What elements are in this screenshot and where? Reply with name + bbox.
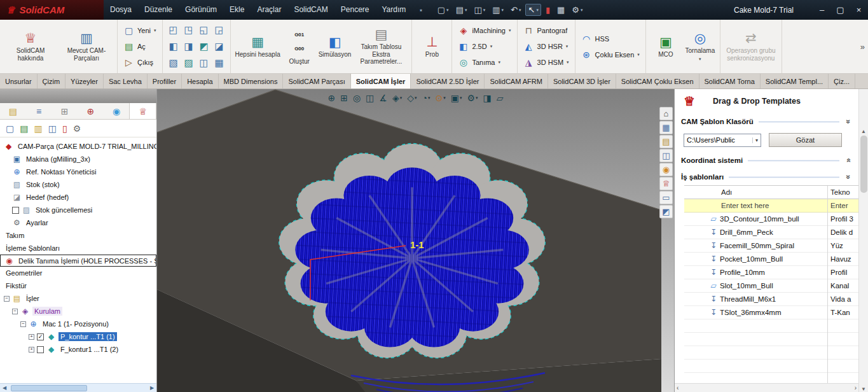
menu-item[interactable]: SolidCAM bbox=[287, 0, 334, 20]
back-view-icon[interactable]: ◳ bbox=[181, 22, 196, 38]
tree-checkbox[interactable]: ✓ bbox=[37, 333, 44, 340]
ribbon-button[interactable]: ◎ Tornalama ▾ bbox=[684, 29, 717, 64]
collapse-chevron-icon[interactable]: » bbox=[844, 173, 853, 181]
dropdown-arrow-icon[interactable]: ▾ bbox=[400, 95, 403, 101]
ribbon-button[interactable]: ▤ Takım Tablosu Ekstra Parametreler... ▾ bbox=[354, 25, 408, 67]
view-toolbar-button[interactable]: ◨ ▾ bbox=[482, 92, 493, 104]
window-control-button[interactable]: – bbox=[813, 0, 831, 20]
tab[interactable]: SolidCAM AFRM bbox=[485, 74, 548, 88]
view-toolbar-button[interactable]: ◈ ▾ bbox=[391, 92, 403, 104]
ribbon-button[interactable]: ♕ SolidCAM hakkında ▾ bbox=[3, 29, 58, 64]
dropdown-arrow-icon[interactable]: ▾ bbox=[502, 8, 504, 13]
quick-toolbar-button[interactable]: ▮ ▾ bbox=[543, 4, 553, 16]
manager-tab[interactable]: ♕ bbox=[129, 103, 156, 119]
dropdown-arrow-icon[interactable]: ▾ bbox=[536, 8, 539, 13]
table-filter-row[interactable]: Enter text here Enter bbox=[684, 199, 858, 213]
ribbon-button[interactable]: ⊛ Çoklu Eksen ▾ bbox=[579, 46, 642, 62]
viewport-scene[interactable]: 1-1 bbox=[157, 89, 674, 392]
quick-toolbar-button[interactable]: ▥ ▾ bbox=[490, 4, 506, 16]
right-view-icon[interactable]: ◲ bbox=[212, 22, 227, 38]
filter-input[interactable]: Enter bbox=[827, 202, 858, 209]
top-view-icon[interactable]: ◧ bbox=[166, 38, 181, 55]
tree-expander-icon[interactable]: + bbox=[29, 334, 34, 340]
iso-view-icon[interactable]: ◩ bbox=[196, 38, 212, 55]
tree-item[interactable]: Geometriler bbox=[0, 267, 156, 279]
menu-item[interactable]: Pencere bbox=[334, 0, 376, 20]
section-job-templates[interactable]: İş şablonları » bbox=[675, 169, 858, 185]
tree-item[interactable]: ▣ Makina (gMilling_3x) bbox=[0, 153, 156, 165]
pin-icon[interactable]: ⋆ bbox=[418, 6, 424, 15]
tree-item[interactable]: + ◆ F_kontur1 ...T1 (2) bbox=[0, 343, 156, 356]
dropdown-arrow-icon[interactable]: ▾ bbox=[415, 95, 417, 101]
quick-toolbar-button[interactable]: ▤ ▾ bbox=[453, 4, 470, 16]
side-toolbar-button[interactable]: ◫ bbox=[659, 149, 673, 162]
dropdown-arrow-icon[interactable]: ▾ bbox=[581, 8, 583, 13]
template-row[interactable]: ↧ TSlot_36mmx4mm T-Kan bbox=[684, 306, 858, 319]
ribbon-button[interactable]: ◧ 2.5D ▾ bbox=[455, 39, 513, 55]
trimetric-view-icon[interactable]: ◪ bbox=[212, 38, 227, 55]
quick-toolbar-button[interactable]: ⚙ ▾ bbox=[569, 4, 585, 16]
tab[interactable]: Unsurlar bbox=[0, 74, 38, 88]
normal-view-icon[interactable]: ▨ bbox=[181, 55, 196, 71]
left-view-icon[interactable]: ◱ bbox=[196, 22, 212, 38]
ribbon-button[interactable]: ▥ Mevcut CAM-Parçaları ▾ bbox=[59, 29, 114, 64]
tree-item[interactable]: ◆ CAM-Parça (CAKE MOLD-7 TRIAL_MILLING) bbox=[0, 140, 156, 153]
view-toolbar-button[interactable]: ◫ ▾ bbox=[364, 92, 375, 104]
tree-item[interactable]: Takım bbox=[0, 229, 156, 242]
side-toolbar-button[interactable]: ▦ bbox=[659, 121, 673, 134]
template-row[interactable]: ▱ 3D_Contour_10mm_bull Profil 3 bbox=[684, 213, 858, 226]
scroll-left-icon[interactable]: ◀ bbox=[0, 385, 9, 391]
tree-expander-icon[interactable]: + bbox=[29, 347, 34, 353]
ribbon-button[interactable]: ⊥ Prob bbox=[415, 33, 448, 60]
tab[interactable]: SolidCAM Torna bbox=[699, 74, 761, 88]
scrollbar-thumb[interactable] bbox=[860, 136, 867, 193]
tree-item[interactable]: ◪ Hedef (hedef) bbox=[0, 191, 156, 204]
ribbon-button[interactable]: ◧ Simülasyon ▾ bbox=[317, 33, 353, 60]
tree-horizontal-scrollbar[interactable]: ◀ ▶ bbox=[0, 383, 156, 392]
manager-tab[interactable]: ⊕ bbox=[78, 103, 104, 119]
lp-save-icon[interactable]: ◫ bbox=[48, 123, 57, 134]
ribbon-button[interactable]: ◠ HSS ▾ bbox=[579, 31, 642, 46]
view-toolbar-button[interactable]: ◔ ▾ bbox=[421, 92, 432, 104]
dropdown-arrow-icon[interactable]: ▾ bbox=[446, 8, 449, 13]
ribbon-button[interactable]: ◈ iMachining ▾ bbox=[455, 23, 513, 39]
bottom-view-icon[interactable]: ◨ bbox=[181, 38, 196, 55]
quick-toolbar-button[interactable]: ◫ ▾ bbox=[471, 4, 488, 16]
tree-expander-icon[interactable]: − bbox=[20, 321, 26, 327]
tab[interactable]: Hesapla bbox=[182, 74, 218, 88]
scroll-right-icon[interactable]: ▶ bbox=[148, 385, 156, 391]
lp-folder-icon[interactable]: ▥ bbox=[34, 123, 42, 134]
view-toolbar-button[interactable]: ⊕ ▾ bbox=[326, 92, 336, 104]
ribbon-overflow-button[interactable]: » bbox=[860, 42, 865, 52]
view-toolbar-button[interactable]: ▣ ▾ bbox=[450, 92, 464, 104]
manager-tab[interactable]: ≡ bbox=[26, 103, 52, 119]
manager-tab[interactable]: ⊞ bbox=[52, 103, 78, 119]
section-cube-icon[interactable]: ◫ bbox=[196, 55, 212, 71]
tree-item[interactable]: ▧ Stok (stok) bbox=[0, 178, 156, 191]
ribbon-button[interactable]: ▣ MCO ▾ bbox=[649, 33, 682, 60]
quick-toolbar-button[interactable]: ↖ ▾ bbox=[525, 4, 541, 16]
3d-viewport[interactable]: 1-1 ⊕ ▾ ⊞ ▾ ◎ ▾ bbox=[157, 89, 674, 392]
view-toolbar-button[interactable]: ▱ ▾ bbox=[495, 92, 505, 104]
tab[interactable]: MBD Dimensions bbox=[219, 74, 284, 88]
tree-item[interactable]: Fikstür bbox=[0, 279, 156, 292]
lp-new-icon[interactable]: ▢ bbox=[6, 123, 14, 134]
lp-open-icon[interactable]: ▤ bbox=[20, 123, 28, 134]
manager-tab[interactable]: ▤ bbox=[0, 103, 26, 119]
side-toolbar-button[interactable]: ▤ bbox=[659, 135, 673, 148]
tree-item[interactable]: ⚙ Ayarlar bbox=[0, 216, 156, 229]
tree-item[interactable]: ◉ Delik Tanıma İşlemi (HOLE PROCESSES - … bbox=[0, 255, 156, 267]
side-toolbar-button[interactable]: ♕ bbox=[659, 177, 673, 190]
section-coordinate-system[interactable]: Koordinat sistemi » bbox=[675, 152, 858, 169]
tree-checkbox[interactable] bbox=[37, 346, 44, 353]
dimetric-view-icon[interactable]: ▧ bbox=[166, 55, 181, 71]
template-row[interactable]: ↧ Pocket_10mm_Bull Havuz bbox=[684, 253, 858, 266]
filter-input[interactable]: Enter text here bbox=[684, 202, 827, 209]
side-toolbar-button[interactable]: ⌂ bbox=[659, 107, 673, 120]
scroll-left-icon[interactable]: ‹ bbox=[677, 384, 679, 391]
menu-item[interactable]: Düzenle bbox=[138, 0, 179, 20]
view-toolbar-button[interactable]: ⚙ ▾ bbox=[465, 92, 479, 104]
quick-toolbar-button[interactable]: ▢ ▾ bbox=[435, 4, 451, 16]
scroll-up-icon[interactable]: ▲ bbox=[861, 129, 866, 134]
tree-expander-icon[interactable]: − bbox=[4, 296, 10, 302]
